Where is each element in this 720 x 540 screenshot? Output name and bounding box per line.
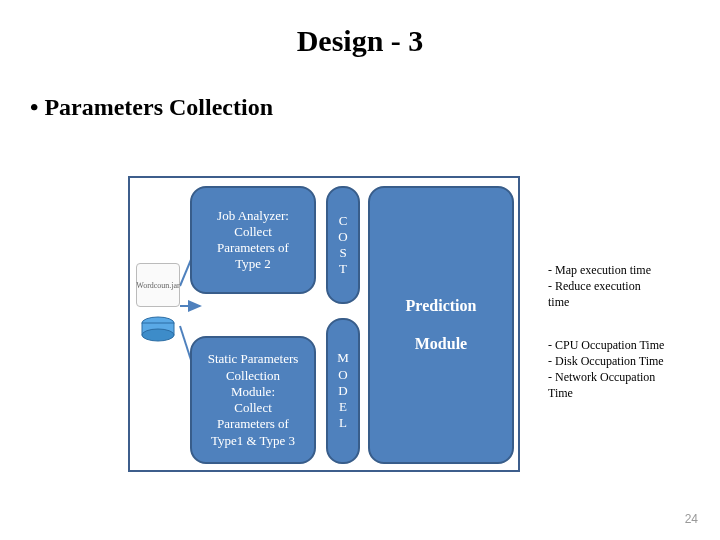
output-occupation-times: - CPU Occupation Time - Disk Occupation …: [548, 337, 708, 402]
static-params-label: Static Parameters Collection Module: Col…: [208, 351, 299, 449]
job-analyzer-label: Job Analyzer: Collect Parameters of Type…: [217, 208, 289, 273]
diagram-container: Wordcoun.jar Job Analyzer: Collect Param…: [128, 176, 520, 472]
module-label: Module: [415, 334, 467, 354]
cost-label: C O S T: [338, 213, 347, 278]
output-execution-times: - Map execution time - Reduce execution …: [548, 262, 708, 311]
svg-point-5: [142, 329, 174, 341]
prediction-label: Prediction: [406, 296, 477, 316]
prediction-module-box: Prediction Module: [368, 186, 514, 464]
job-analyzer-box: Job Analyzer: Collect Parameters of Type…: [190, 186, 316, 294]
cost-box: C O S T: [326, 186, 360, 304]
outputs-list: - Map execution time - Reduce execution …: [548, 262, 708, 427]
slide-number: 24: [685, 512, 698, 526]
model-box: M O D E L: [326, 318, 360, 464]
input-icons: Wordcoun.jar: [136, 263, 184, 345]
slide-title: Design - 3: [0, 24, 720, 58]
model-label: M O D E L: [337, 350, 349, 431]
bullet-heading: Parameters Collection: [30, 94, 720, 121]
static-params-box: Static Parameters Collection Module: Col…: [190, 336, 316, 464]
disk-icon: [136, 313, 180, 345]
jar-icon: Wordcoun.jar: [136, 263, 180, 307]
